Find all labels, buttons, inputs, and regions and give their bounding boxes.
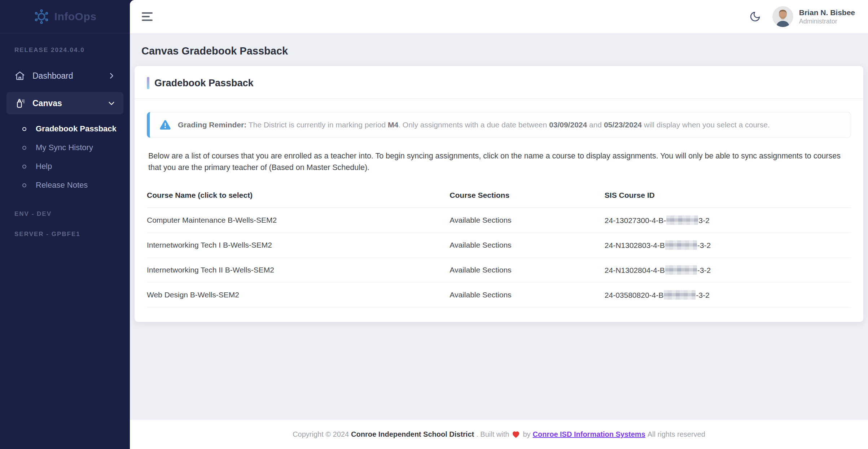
table-row: Web Design B-Wells-SEM2 Available Sectio…: [147, 282, 851, 307]
table-row: Internetworking Tech I B-Wells-SEM2 Avai…: [147, 232, 851, 257]
user-name: Brian N. Bisbee: [799, 8, 855, 17]
sis-course-id-cell: 24-03580820-4-B-3-2: [605, 282, 851, 307]
course-name-link[interactable]: Computer Maintenance B-Wells-SEM2: [147, 208, 450, 232]
sidebar-item-help[interactable]: Help: [0, 157, 130, 176]
district-name: Conroe Independent School District: [351, 430, 474, 439]
gradebook-passback-card: Gradebook Passback Grading Reminder:: [135, 66, 863, 322]
canvas-submenu: Gradebook Passback My Sync History Help …: [0, 119, 130, 195]
app-name: InfoOps: [54, 10, 97, 23]
sidebar-item-release-notes[interactable]: Release Notes: [0, 176, 130, 195]
table-row: Computer Maintenance B-Wells-SEM2 Availa…: [147, 208, 851, 232]
warning-triangle-icon: [159, 119, 171, 131]
user-menu[interactable]: Brian N. Bisbee Administrator: [772, 6, 855, 27]
submenu-item-label: Help: [36, 162, 52, 171]
bullet-icon: [22, 127, 26, 131]
env-label: ENV - DEV: [0, 210, 130, 218]
card-header: Gradebook Passback: [135, 66, 863, 99]
page-title: Canvas Gradebook Passback: [141, 45, 863, 57]
sidebar-item-dashboard[interactable]: Dashboard: [6, 65, 123, 87]
user-role: Administrator: [799, 17, 855, 26]
release-label: RELEASE 2024.04.0: [0, 47, 130, 54]
sidebar-item-label: Canvas: [32, 99, 100, 108]
course-sections-cell: Available Sections: [450, 232, 604, 257]
redacted-block: [664, 290, 696, 300]
sidebar-item-gradebook-passback[interactable]: Gradebook Passback: [0, 119, 130, 138]
bullet-icon: [22, 165, 26, 169]
sidebar: InfoOps RELEASE 2024.04.0 Dashboard: [0, 0, 130, 449]
server-label: SERVER - GPBFE1: [0, 231, 130, 238]
chevron-right-icon: [108, 72, 115, 80]
main-pane: Brian N. Bisbee Administrator Canvas Gra…: [130, 0, 868, 449]
course-name-link[interactable]: Web Design B-Wells-SEM2: [147, 282, 450, 307]
menu-toggle-icon[interactable]: [142, 12, 153, 21]
submenu-item-label: My Sync History: [36, 143, 93, 152]
copyright-text: Copyright © 2024: [293, 430, 349, 439]
card-body: Grading Reminder: The District is curren…: [135, 99, 863, 322]
table-header-row: Course Name (click to select) Course Sec…: [147, 185, 851, 208]
accent-bar: [147, 77, 149, 89]
sidebar-item-canvas[interactable]: Canvas: [6, 92, 123, 114]
app-logo[interactable]: InfoOps: [0, 0, 130, 33]
card-title: Gradebook Passback: [154, 78, 254, 89]
column-header-sis-course-id: SIS Course ID: [605, 185, 851, 208]
column-header-course-sections: Course Sections: [450, 185, 604, 208]
course-name-link[interactable]: Internetworking Tech I B-Wells-SEM2: [147, 232, 450, 257]
dark-mode-toggle[interactable]: [747, 9, 763, 25]
sis-course-id-cell: 24-N1302804-4-B-3-2: [605, 257, 851, 282]
redacted-block: [666, 215, 698, 225]
avatar: [772, 6, 793, 27]
courses-table: Course Name (click to select) Course Sec…: [147, 185, 851, 308]
sis-course-id-cell: 24-N1302803-4-B-3-2: [605, 232, 851, 257]
submenu-item-label: Gradebook Passback: [36, 124, 117, 134]
redacted-block: [665, 240, 697, 250]
table-row: Internetworking Tech II B-Wells-SEM2 Ava…: [147, 257, 851, 282]
footer: Copyright © 2024 Conroe Independent Scho…: [130, 420, 868, 449]
grading-reminder-alert: Grading Reminder: The District is curren…: [147, 112, 851, 138]
spray-can-icon: [14, 98, 25, 109]
intro-text: Below are a list of courses that you are…: [148, 150, 841, 174]
course-sections-cell: Available Sections: [450, 282, 604, 307]
sidebar-item-label: Dashboard: [32, 71, 100, 81]
bullet-icon: [22, 183, 26, 187]
chevron-down-icon: [108, 99, 115, 107]
course-name-link[interactable]: Internetworking Tech II B-Wells-SEM2: [147, 257, 450, 282]
top-bar: Brian N. Bisbee Administrator: [130, 0, 868, 33]
moon-icon: [749, 11, 761, 22]
course-sections-cell: Available Sections: [450, 257, 604, 282]
sidebar-nav: Dashboard Canvas Gradebook Passback: [0, 65, 130, 238]
submenu-item-label: Release Notes: [36, 180, 88, 190]
redacted-block: [665, 265, 697, 275]
course-sections-cell: Available Sections: [450, 208, 604, 232]
information-systems-link[interactable]: Conroe ISD Information Systems: [533, 430, 645, 439]
column-header-course-name: Course Name (click to select): [147, 185, 450, 208]
bullet-icon: [22, 146, 26, 150]
page-content: Canvas Gradebook Passback Gradebook Pass…: [130, 33, 868, 420]
alert-text: Grading Reminder: The District is curren…: [178, 119, 770, 130]
sidebar-item-my-sync-history[interactable]: My Sync History: [0, 138, 130, 157]
heart-icon: [512, 431, 520, 438]
sis-course-id-cell: 24-13027300-4-B-3-2: [605, 208, 851, 232]
home-icon: [14, 70, 25, 81]
infoops-molecule-icon: [34, 9, 49, 25]
